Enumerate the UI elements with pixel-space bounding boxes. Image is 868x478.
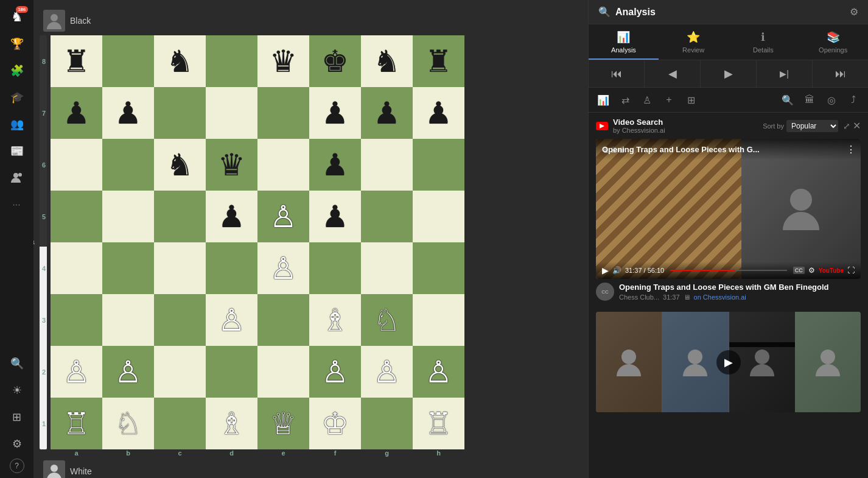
cc-btn[interactable]: CC xyxy=(793,267,805,274)
settings-video-icon[interactable]: ⚙ xyxy=(808,266,815,275)
square-e3[interactable] xyxy=(257,294,309,346)
square-f3[interactable]: ♗ xyxy=(309,294,361,346)
piece-p-h7[interactable]: ♟ xyxy=(425,98,452,128)
piece-set-icon[interactable]: ♙ xyxy=(639,91,656,108)
square-g5[interactable] xyxy=(361,191,413,242)
nav-prev-btn[interactable]: ◀ xyxy=(645,60,701,87)
piece-r-a8[interactable]: ♜ xyxy=(63,46,90,77)
tab-details[interactable]: ℹ Details xyxy=(729,24,799,60)
square-f8[interactable]: ♚ xyxy=(309,35,361,87)
nav-last-btn[interactable]: ⏭ xyxy=(813,60,868,87)
square-d8[interactable] xyxy=(206,35,257,87)
square-b5[interactable] xyxy=(102,191,154,242)
piece-N-g3[interactable]: ♘ xyxy=(373,305,401,336)
square-b3[interactable] xyxy=(102,294,154,346)
close-video-search-btn[interactable]: ✕ xyxy=(853,120,861,132)
flip-board-icon[interactable]: ⇄ xyxy=(617,91,634,108)
square-f6[interactable]: ♟ xyxy=(309,139,361,191)
sidebar-icon-expand[interactable]: ⊞ xyxy=(5,405,29,429)
sidebar-icon-search[interactable]: 🔍 xyxy=(5,351,29,376)
piece-R-h1[interactable]: ♖ xyxy=(425,409,452,439)
tab-analysis[interactable]: 📊 Analysis xyxy=(589,24,659,60)
tab-openings[interactable]: 📚 Openings xyxy=(798,24,868,60)
square-a8[interactable]: ♜ xyxy=(51,35,102,87)
square-g7[interactable]: ♟ xyxy=(361,87,413,139)
square-a3[interactable] xyxy=(51,294,102,346)
piece-p-f5[interactable]: ♟ xyxy=(321,202,349,232)
square-f2[interactable]: ♙ xyxy=(309,346,361,398)
square-c7[interactable] xyxy=(154,87,206,139)
piece-R-a1[interactable]: ♖ xyxy=(63,409,90,439)
square-c2[interactable] xyxy=(154,346,206,398)
video2-play-overlay[interactable]: ▶ xyxy=(716,350,741,374)
square-e4[interactable]: ♙ xyxy=(257,242,309,294)
piece-P-b2[interactable]: ♙ xyxy=(114,357,142,387)
zoom-tool-icon[interactable]: 🔍 xyxy=(779,91,796,108)
video-thumbnail-2[interactable]: ▶ xyxy=(596,312,861,412)
fullscreen-btn[interactable]: ⛶ xyxy=(847,266,855,275)
piece-q-d6[interactable]: ♛ xyxy=(218,150,245,180)
target-tool-icon[interactable]: ◎ xyxy=(823,91,840,108)
piece-P-e5[interactable]: ♙ xyxy=(270,202,297,232)
square-c6[interactable]: ♞ xyxy=(154,139,206,191)
video-thumbnail-1[interactable]: ♞♛♚ Opening Traps and Loose Pieces with … xyxy=(596,139,861,279)
square-c1[interactable] xyxy=(154,398,206,449)
piece-Q-e1[interactable]: ♕ xyxy=(270,409,297,439)
piece-p-b7[interactable]: ♟ xyxy=(114,98,142,128)
piece-P-d3[interactable]: ♙ xyxy=(218,305,245,336)
square-f7[interactable]: ♟ xyxy=(309,87,361,139)
square-b7[interactable]: ♟ xyxy=(102,87,154,139)
square-b2[interactable]: ♙ xyxy=(102,346,154,398)
square-b8[interactable] xyxy=(102,35,154,87)
square-a2[interactable]: ♙ xyxy=(51,346,102,398)
square-c8[interactable]: ♞ xyxy=(154,35,206,87)
square-g3[interactable]: ♘ xyxy=(361,294,413,346)
square-h3[interactable] xyxy=(413,294,464,346)
board-grid-icon[interactable]: ⊞ xyxy=(682,91,699,108)
square-h4[interactable] xyxy=(413,242,464,294)
sidebar-icon-puzzle[interactable]: 🧩 xyxy=(5,58,29,83)
sidebar-icon-settings[interactable]: ⚙ xyxy=(5,432,29,456)
piece-P-h2[interactable]: ♙ xyxy=(425,357,452,387)
settings-gear-btn[interactable]: ⚙ xyxy=(850,6,858,18)
nav-first-btn[interactable]: ⏮ xyxy=(589,60,645,87)
square-b6[interactable] xyxy=(102,139,154,191)
square-d1[interactable]: ♗ xyxy=(206,398,257,449)
square-f5[interactable]: ♟ xyxy=(309,191,361,242)
square-e5[interactable]: ♙ xyxy=(257,191,309,242)
square-d7[interactable] xyxy=(206,87,257,139)
square-e6[interactable] xyxy=(257,139,309,191)
chess-board[interactable]: ♜♞♛♚♞♜♟♟♟♟♟♞♛♟♟♙♟♙♙♗♘♙♙♙♙♙♖♘♗♕♔♖ xyxy=(51,35,464,449)
square-g8[interactable]: ♞ xyxy=(361,35,413,87)
piece-B-f3[interactable]: ♗ xyxy=(321,305,349,336)
piece-p-f7[interactable]: ♟ xyxy=(321,98,349,128)
nav-next-btn[interactable]: ▶| xyxy=(757,60,813,87)
piece-B-d1[interactable]: ♗ xyxy=(218,409,245,439)
video-card-1[interactable]: ♞♛♚ Opening Traps and Loose Pieces with … xyxy=(596,139,861,304)
piece-k-f8[interactable]: ♚ xyxy=(321,46,349,77)
video-play-btn[interactable]: ▶ xyxy=(602,265,609,275)
square-a4[interactable] xyxy=(51,242,102,294)
sidebar-icon-more[interactable]: ··· xyxy=(5,192,29,217)
engine-icon[interactable]: 🏛 xyxy=(801,91,818,108)
square-d3[interactable]: ♙ xyxy=(206,294,257,346)
square-a6[interactable] xyxy=(51,139,102,191)
square-e8[interactable]: ♛ xyxy=(257,35,309,87)
add-icon[interactable]: + xyxy=(660,91,677,108)
square-h7[interactable]: ♟ xyxy=(413,87,464,139)
square-b1[interactable]: ♘ xyxy=(102,398,154,449)
square-h1[interactable]: ♖ xyxy=(413,398,464,449)
sidebar-icon-learn[interactable]: 🎓 xyxy=(5,85,29,110)
square-f1[interactable]: ♔ xyxy=(309,398,361,449)
piece-p-g7[interactable]: ♟ xyxy=(373,98,401,128)
expand-video-btn[interactable]: ⤢ xyxy=(843,121,850,131)
sidebar-icon-trophy[interactable]: 🏆 xyxy=(5,32,29,56)
sidebar-icon-brightness[interactable]: ☀ xyxy=(5,378,29,402)
tab-review[interactable]: ⭐ Review xyxy=(659,24,729,60)
video-more-btn[interactable]: ⋮ xyxy=(846,144,856,155)
sidebar-icon-friends[interactable] xyxy=(5,166,29,190)
video-card-2[interactable]: ▶ xyxy=(596,312,861,412)
piece-r-h8[interactable]: ♜ xyxy=(425,46,452,77)
sort-dropdown[interactable]: Popular Recent Relevance xyxy=(786,120,838,132)
piece-p-f6[interactable]: ♟ xyxy=(321,150,349,180)
